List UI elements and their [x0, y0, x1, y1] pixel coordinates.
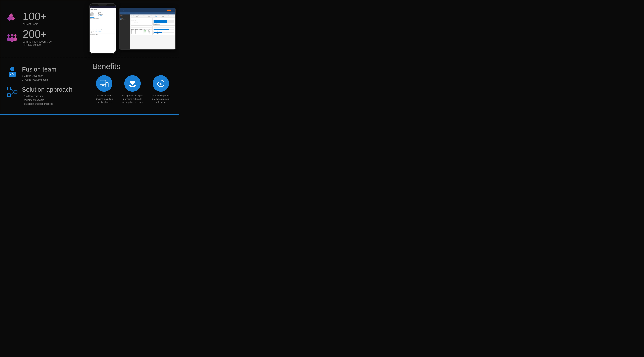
- phone-section-org-details: ORGANISATION DETAILS: [90, 18, 115, 19]
- tablet-main: General Info Timeline & Contacts Adminis…: [130, 15, 175, 49]
- tab-hearing-activity[interactable]: Hearing Australia Activity: [95, 16, 102, 18]
- fusion-team-block: </> Fusion team 1 Citizen Developer 5+ C…: [6, 66, 80, 82]
- phone-tabs: General Info Hearing Australia Activity …: [90, 16, 115, 18]
- benefit-relationship-label: strong relationship & providing cultural…: [122, 94, 143, 104]
- phone-field-modified-by: Modified By: Clare Morhood: [90, 15, 115, 16]
- main-container: 100+ current users: [0, 0, 179, 115]
- benefits-title: Benefits: [92, 62, 173, 71]
- svg-line-17: [10, 88, 14, 92]
- svg-point-10: [10, 37, 14, 42]
- tab-tim[interactable]: Tim: [102, 16, 104, 18]
- communities-label: communities covered by HAPEE Solution: [23, 40, 52, 47]
- svg-point-7: [14, 34, 16, 37]
- svg-rect-22: [106, 82, 108, 87]
- phone-notch: [98, 4, 107, 6]
- panel-raising-activities: AWARENESS RAISING ACTIVITIES All Awarene…: [130, 26, 152, 35]
- solution-approach-icon: [6, 86, 18, 97]
- solution-approach-content: Solution approach - Build low-code first…: [22, 86, 72, 106]
- svg-point-9: [10, 34, 14, 37]
- phone-content: Alekarenge FaFT Organisation (Account) R…: [90, 8, 116, 37]
- svg-point-6: [7, 37, 10, 41]
- benefit-relationship: strong relationship & providing cultural…: [120, 75, 144, 104]
- bottom-right-quadrant: Benefits accessible across devices i: [86, 57, 179, 114]
- activity-row-3: 46-21-01-...NTCompleted12 minutes: [131, 32, 152, 33]
- dollar-cycle-icon-circle: $: [153, 75, 169, 92]
- phone-mockup: ≡ ☰ 🔍 ✎ ⋮ Alekarenge FaFT Organisation (…: [89, 3, 116, 54]
- awareness-plan-row: Last updated: 27/06/2021 5:00 PM: [131, 21, 152, 21]
- svg-point-5: [8, 34, 10, 37]
- phone-field-modified-on: Modified On: 4/17/2021 11:13 AM: [90, 14, 115, 15]
- phone-org-name: Organisation Name Alekarenge FaFT: [90, 20, 115, 21]
- phone-outreach-site: Outreach Site: ⊞ ALI CURUNG... 🔍: [90, 30, 115, 31]
- benefit-devices: accessible across devices including mobi…: [92, 75, 116, 104]
- phone-header: ≡ ☰ 🔍 ✎ ⋮: [90, 6, 116, 8]
- phone-org-alt-name: Org. Alternative Name Ali Curung FaFT: [90, 22, 115, 23]
- activity-row-1: 46-21-01-...NTCompleted1 hour: [131, 30, 152, 31]
- svg-rect-14: [8, 87, 10, 90]
- sidebar-org[interactable]: 🏢 Organisations (Acco...: [120, 19, 129, 20]
- panel-activities-title: AWARENESS RAISING ACTIVITIES: [131, 27, 152, 28]
- phone-action-icons: 🔍 ✎ ⋮: [112, 7, 115, 8]
- nav-hapee-demo[interactable]: HAPEE MAIN DEMO v2: [135, 13, 141, 14]
- tab-clinical[interactable]: Clinical Info: [168, 15, 172, 17]
- activity-row-4: 46-21-01-...NTCompleted40 minutes: [131, 33, 152, 34]
- fusion-team-detail-2: 5+ Code-first Developers: [22, 78, 56, 82]
- panel-diversity-title: AWARENESS DIVERSITY LEVELS: [154, 27, 174, 28]
- svg-text:</>: </>: [10, 73, 14, 76]
- panel-plan-goals: PLAN & GOALS AWARENESS PLAN Last updated…: [130, 18, 152, 26]
- benefit-reporting-label: improved reporting & allows program refu…: [152, 94, 170, 104]
- panel-overall-title: OVERALL DYNAMIC AWARENESS LEVELS: [154, 19, 174, 20]
- panel-diversity-levels: AWARENESS DIVERSITY LEVELS Type A Activi…: [153, 26, 175, 35]
- panel-plan-title: PLAN & GOALS: [131, 19, 152, 20]
- svg-rect-16: [14, 90, 17, 93]
- phone-business-rel: Business Relationship Outreach Organisat…: [90, 26, 115, 27]
- nav-separator3: ›: [134, 13, 134, 14]
- tab-community[interactable]: Community & Culture: [148, 15, 154, 17]
- heart-hand-icon-circle: [124, 75, 141, 92]
- people-icon: [6, 32, 18, 43]
- svg-line-18: [10, 92, 14, 95]
- bottom-left-quadrant: </> Fusion team 1 Citizen Developer 5+ C…: [0, 57, 86, 114]
- stat-communities-row: 200+ communities covered by HAPEE Soluti…: [6, 29, 80, 47]
- nav-org-info[interactable]: Organisation Info: [128, 13, 133, 14]
- phone-field-talingo: Talingo Code: ALIC: [90, 13, 115, 14]
- overall-updated-row: Last updated: 1/08/2021 5:00 PM: [154, 24, 174, 25]
- solution-approach-title: Solution approach: [22, 86, 72, 93]
- sidebar-community[interactable]: 🌐 Community Mapping: [120, 21, 129, 22]
- sidebar-account[interactable]: 📋 Account: [120, 17, 129, 18]
- svg-point-11: [10, 67, 14, 71]
- top-left-quadrant: 100+ current users: [0, 0, 86, 57]
- tab-whs[interactable]: WHS: [172, 15, 175, 17]
- phone-screen: ≡ ☰ 🔍 ✎ ⋮ Alekarenge FaFT Organisation (…: [90, 6, 116, 53]
- overall-score-row: Overall Dynamic Score 65: [154, 24, 174, 24]
- nav-account[interactable]: Account: [124, 13, 126, 14]
- users-label: current users: [23, 23, 47, 26]
- phone-parent-org: Parent Organisation ⊞ Alekarenge Sc...: [90, 24, 115, 25]
- stat-communities-text: 200+ communities covered by HAPEE Soluti…: [23, 29, 52, 47]
- sidebar-home[interactable]: 🏠 Home: [120, 15, 129, 16]
- phone-bottom-bar: [90, 53, 116, 54]
- solution-detail-3: development best practices: [22, 102, 72, 106]
- tab-timeline[interactable]: Timeline & Contacts: [135, 15, 142, 17]
- tablet-grid: PLAN & GOALS AWARENESS PLAN Last updated…: [130, 18, 175, 35]
- devices-icon-circle: [96, 75, 112, 92]
- nav-home[interactable]: Home: [120, 13, 122, 14]
- tablet-sandbox-badge: SANDBOX: [167, 10, 172, 11]
- nav-separator2: ›: [127, 13, 127, 14]
- svg-text:$: $: [160, 82, 162, 85]
- svg-rect-15: [8, 94, 10, 97]
- tab-awareness[interactable]: Awareness Raising: [154, 15, 161, 17]
- phone-org-type: Organisation Type Education - Early Lear…: [90, 28, 115, 29]
- tab-admin[interactable]: Administration: [142, 15, 147, 17]
- sidebar-contacts[interactable]: 👥 Contacts: [120, 18, 129, 19]
- communities-count: 200+: [23, 29, 52, 40]
- tablet-nav: Home › Account › Organisation Info › HAP…: [120, 12, 175, 15]
- tab-general-info[interactable]: General Info: [90, 16, 94, 18]
- tablet-tabs: General Info Timeline & Contacts Adminis…: [130, 15, 175, 18]
- solution-approach-block: Solution approach - Build low-code first…: [6, 86, 80, 106]
- tab-general[interactable]: General Info: [130, 15, 135, 17]
- tab-capability[interactable]: Capability Building: [161, 15, 167, 17]
- stat-users-text: 100+ current users: [23, 11, 47, 26]
- phone-ha-district: HA District/Parent HA Clinic ⊞ ALICE SPR…: [90, 31, 115, 34]
- benefit-reporting: $ improved reporting & allows program re…: [149, 75, 173, 104]
